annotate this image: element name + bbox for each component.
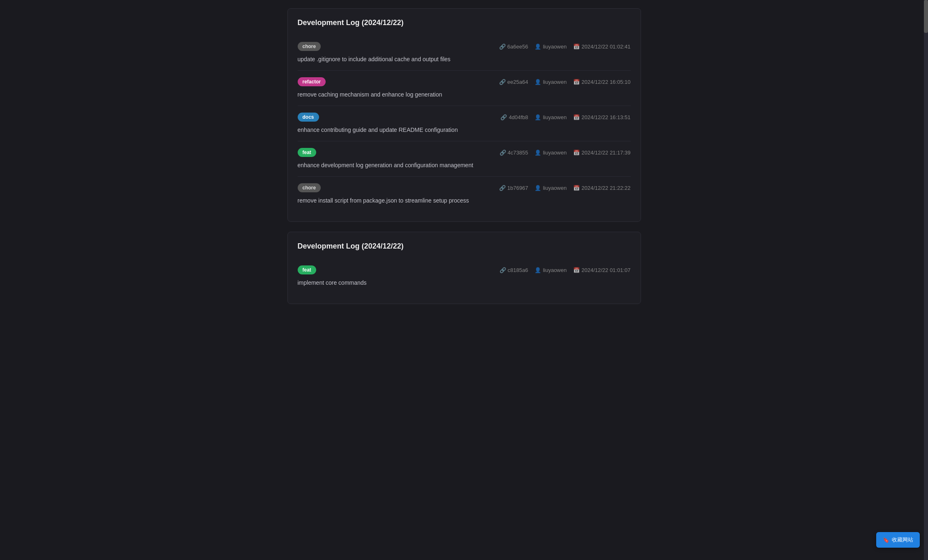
commit-author-0-1: 👤liuyaowen (535, 79, 567, 85)
commit-item-0-2: docs🔗4d04fb8👤liuyaowen📅2024/12/22 16:13:… (298, 106, 631, 141)
log-section-1: Development Log (2024/12/22)feat🔗c8185a6… (287, 232, 641, 304)
person-icon: 👤 (535, 114, 541, 120)
page-container: Development Log (2024/12/22)chore🔗6a6ee5… (279, 8, 649, 304)
calendar-icon: 📅 (573, 114, 580, 120)
commit-item-0-4: chore🔗1b76967👤liuyaowen📅2024/12/22 21:22… (298, 177, 631, 212)
commit-header-1-0: feat🔗c8185a6👤liuyaowen📅2024/12/22 01:01:… (298, 265, 631, 274)
commit-hash-0-4: 🔗1b76967 (499, 185, 528, 191)
commit-author-0-2: 👤liuyaowen (535, 114, 567, 120)
commit-meta-0-1: 🔗ee25a64👤liuyaowen📅2024/12/22 16:05:10 (499, 79, 631, 85)
commit-meta-0-0: 🔗6a6ee56👤liuyaowen📅2024/12/22 01:02:41 (499, 44, 631, 50)
commit-date-1-0: 📅2024/12/22 01:01:07 (573, 267, 630, 273)
commit-meta-0-2: 🔗4d04fb8👤liuyaowen📅2024/12/22 16:13:51 (500, 114, 630, 120)
person-icon: 👤 (535, 79, 541, 85)
commit-list-1: feat🔗c8185a6👤liuyaowen📅2024/12/22 01:01:… (298, 259, 631, 294)
commit-hash-1-0: 🔗c8185a6 (500, 267, 528, 273)
commit-list-0: chore🔗6a6ee56👤liuyaowen📅2024/12/22 01:02… (298, 35, 631, 212)
commit-hash-0-1: 🔗ee25a64 (499, 79, 528, 85)
commit-message-0-4: remove install script from package.json … (298, 196, 631, 205)
scrollbar-track[interactable] (924, 0, 928, 560)
calendar-icon: 📅 (573, 150, 580, 156)
commit-hash-0-3: 🔗4c73855 (500, 150, 528, 156)
commit-author-0-3: 👤liuyaowen (535, 150, 567, 156)
commit-header-0-0: chore🔗6a6ee56👤liuyaowen📅2024/12/22 01:02… (298, 42, 631, 51)
person-icon: 👤 (535, 44, 541, 50)
bookmark-button[interactable]: 🔖 收藏网站 (876, 532, 920, 548)
link-icon: 🔗 (500, 267, 506, 273)
link-icon: 🔗 (500, 150, 506, 156)
link-icon: 🔗 (499, 79, 506, 85)
calendar-icon: 📅 (573, 44, 580, 50)
commit-message-0-1: remove caching mechanism and enhance log… (298, 90, 631, 99)
commit-item-1-0: feat🔗c8185a6👤liuyaowen📅2024/12/22 01:01:… (298, 259, 631, 294)
bookmark-label: 收藏网站 (892, 536, 913, 544)
commit-badge-0-3: feat (298, 148, 316, 157)
commit-message-1-0: implement core commands (298, 279, 631, 287)
commit-message-0-0: update .gitignore to include additional … (298, 55, 631, 64)
commit-header-0-3: feat🔗4c73855👤liuyaowen📅2024/12/22 21:17:… (298, 148, 631, 157)
commit-meta-1-0: 🔗c8185a6👤liuyaowen📅2024/12/22 01:01:07 (500, 267, 631, 273)
link-icon: 🔗 (500, 114, 507, 120)
section-title-0: Development Log (2024/12/22) (298, 18, 631, 27)
log-section-0: Development Log (2024/12/22)chore🔗6a6ee5… (287, 8, 641, 222)
commit-header-0-2: docs🔗4d04fb8👤liuyaowen📅2024/12/22 16:13:… (298, 113, 631, 122)
person-icon: 👤 (535, 185, 541, 191)
commit-date-0-1: 📅2024/12/22 16:05:10 (573, 79, 630, 85)
commit-hash-0-2: 🔗4d04fb8 (500, 114, 528, 120)
commit-message-0-2: enhance contributing guide and update RE… (298, 126, 631, 134)
commit-author-1-0: 👤liuyaowen (535, 267, 567, 273)
commit-meta-0-3: 🔗4c73855👤liuyaowen📅2024/12/22 21:17:39 (500, 150, 631, 156)
commit-item-0-3: feat🔗4c73855👤liuyaowen📅2024/12/22 21:17:… (298, 141, 631, 177)
bookmark-icon: 🔖 (883, 537, 889, 543)
commit-author-0-0: 👤liuyaowen (535, 44, 567, 50)
link-icon: 🔗 (499, 185, 506, 191)
commit-badge-1-0: feat (298, 265, 316, 274)
calendar-icon: 📅 (573, 267, 580, 273)
commit-date-0-3: 📅2024/12/22 21:17:39 (573, 150, 630, 156)
commit-date-0-2: 📅2024/12/22 16:13:51 (573, 114, 630, 120)
commit-header-0-4: chore🔗1b76967👤liuyaowen📅2024/12/22 21:22… (298, 183, 631, 192)
commit-item-0-1: refactor🔗ee25a64👤liuyaowen📅2024/12/22 16… (298, 71, 631, 106)
commit-message-0-3: enhance development log generation and c… (298, 161, 631, 170)
commit-badge-0-2: docs (298, 113, 319, 122)
calendar-icon: 📅 (573, 185, 580, 191)
commit-date-0-0: 📅2024/12/22 01:02:41 (573, 44, 630, 50)
person-icon: 👤 (535, 267, 541, 273)
commit-meta-0-4: 🔗1b76967👤liuyaowen📅2024/12/22 21:22:22 (499, 185, 631, 191)
calendar-icon: 📅 (573, 79, 580, 85)
commit-badge-0-4: chore (298, 183, 321, 192)
link-icon: 🔗 (499, 44, 506, 50)
commit-badge-0-1: refactor (298, 77, 326, 86)
commit-date-0-4: 📅2024/12/22 21:22:22 (573, 185, 630, 191)
commit-item-0-0: chore🔗6a6ee56👤liuyaowen📅2024/12/22 01:02… (298, 35, 631, 71)
person-icon: 👤 (535, 150, 541, 156)
commit-author-0-4: 👤liuyaowen (535, 185, 567, 191)
section-title-1: Development Log (2024/12/22) (298, 242, 631, 251)
scrollbar-thumb[interactable] (924, 0, 928, 33)
commit-hash-0-0: 🔗6a6ee56 (499, 44, 528, 50)
commit-badge-0-0: chore (298, 42, 321, 51)
commit-header-0-1: refactor🔗ee25a64👤liuyaowen📅2024/12/22 16… (298, 77, 631, 86)
